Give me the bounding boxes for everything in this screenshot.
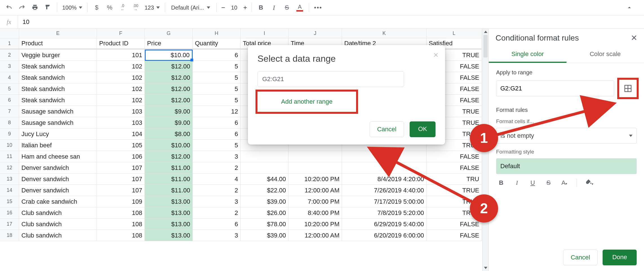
select-all-corner[interactable] xyxy=(0,29,19,38)
italic-button[interactable]: I xyxy=(512,179,522,186)
cell[interactable]: 2 xyxy=(193,185,241,196)
cell[interactable]: $12.00 xyxy=(145,95,193,106)
cell[interactable]: Jucy Lucy xyxy=(19,128,97,140)
cell[interactable]: $39.00 xyxy=(241,196,288,207)
row-header[interactable]: 9 xyxy=(0,128,19,140)
cell[interactable]: Steak sandwich xyxy=(19,83,97,95)
cell[interactable]: 10:20:00 PM xyxy=(288,219,342,230)
cell[interactable]: $9.00 xyxy=(145,117,193,128)
cell[interactable]: 5 xyxy=(193,61,241,72)
col-header[interactable]: I xyxy=(241,29,288,38)
cell[interactable]: 5 xyxy=(193,83,241,95)
cell[interactable]: 8:40:00 PM xyxy=(288,207,342,219)
cell[interactable] xyxy=(342,162,427,174)
cell[interactable]: 12 xyxy=(193,106,241,117)
row-header[interactable]: 5 xyxy=(0,83,19,95)
scroll-up-icon[interactable] xyxy=(483,29,488,35)
cell[interactable]: FALSE xyxy=(427,162,482,174)
cell[interactable]: 7/26/2019 4:40:00 xyxy=(342,185,427,196)
ok-button[interactable]: OK xyxy=(410,121,436,137)
cell[interactable]: Denver sandwich xyxy=(19,174,97,185)
cell[interactable]: $13.00 xyxy=(145,230,193,241)
cell[interactable]: $12.00 xyxy=(145,83,193,95)
cell[interactable]: $9.00 xyxy=(145,106,193,117)
cell[interactable]: 3 xyxy=(193,151,241,162)
cell[interactable]: Sausage sandwich xyxy=(19,106,97,117)
cell[interactable]: 3 xyxy=(193,230,241,241)
cell[interactable] xyxy=(241,162,288,174)
cell[interactable]: Denver sandwich xyxy=(19,185,97,196)
cell[interactable]: Steak sandwich xyxy=(19,95,97,106)
more-tools-button[interactable]: ••• xyxy=(312,2,324,13)
scroll-thumb[interactable] xyxy=(483,35,488,57)
cell[interactable]: Product ID xyxy=(97,38,145,50)
row-header[interactable]: 14 xyxy=(0,185,19,196)
cell[interactable]: 108 xyxy=(97,230,145,241)
cell[interactable]: $44.00 xyxy=(241,174,288,185)
increase-decimal-button[interactable]: .00→ xyxy=(129,2,142,13)
redo-button[interactable] xyxy=(16,2,28,13)
cell[interactable]: 6 xyxy=(193,219,241,230)
cell[interactable]: FALSE xyxy=(427,219,482,230)
scroll-down-icon[interactable] xyxy=(483,265,488,271)
cell[interactable]: 2 xyxy=(193,207,241,219)
cell[interactable]: 6/20/2019 6:00:00 xyxy=(342,230,427,241)
cell[interactable]: Crab cake sandwich xyxy=(19,196,97,207)
zoom-dropdown[interactable]: 100% xyxy=(60,5,85,11)
cell[interactable]: 3 xyxy=(193,196,241,207)
cell[interactable]: Steak sandwich xyxy=(19,61,97,72)
row-header[interactable]: 13 xyxy=(0,174,19,185)
cell[interactable]: 104 xyxy=(97,128,145,140)
spreadsheet-area[interactable]: E F G H I J K L 1ProductProduct IDPriceQ… xyxy=(0,29,482,271)
col-header[interactable]: E xyxy=(19,29,97,38)
cell[interactable]: Product xyxy=(19,38,97,50)
cell[interactable]: Steak sandwich xyxy=(19,72,97,83)
cell[interactable]: $22.00 xyxy=(241,185,288,196)
row-header[interactable]: 15 xyxy=(0,196,19,207)
decrease-decimal-button[interactable]: .0← xyxy=(116,2,129,13)
cell[interactable]: $78.00 xyxy=(241,219,288,230)
cell[interactable]: 5 xyxy=(193,95,241,106)
cell[interactable]: 106 xyxy=(97,151,145,162)
select-range-button[interactable] xyxy=(619,80,637,97)
col-header[interactable]: K xyxy=(342,29,427,38)
cell[interactable]: Quantity xyxy=(193,38,241,50)
col-header[interactable]: J xyxy=(288,29,342,38)
row-header[interactable]: 16 xyxy=(0,207,19,219)
col-header[interactable]: H xyxy=(193,29,241,38)
cell[interactable] xyxy=(288,151,342,162)
cell[interactable]: 6 xyxy=(193,50,241,61)
font-dropdown[interactable]: Default (Ari... xyxy=(168,5,214,11)
cell[interactable]: 2 xyxy=(193,162,241,174)
fill-color-button[interactable]: ▾ xyxy=(584,179,594,187)
cell[interactable]: $10.00 xyxy=(145,140,193,151)
row-header[interactable]: 17 xyxy=(0,219,19,230)
undo-button[interactable] xyxy=(3,2,15,13)
cell[interactable]: FALSE xyxy=(427,230,482,241)
cell[interactable]: 6 xyxy=(193,117,241,128)
cell[interactable]: 7:00:00 PM xyxy=(288,196,342,207)
cell[interactable]: 102 xyxy=(97,72,145,83)
row-header[interactable]: 12 xyxy=(0,162,19,174)
cell[interactable]: $13.00 xyxy=(145,207,193,219)
cell[interactable]: $11.00 xyxy=(145,185,193,196)
cell[interactable]: 12:00:00 AM xyxy=(288,230,342,241)
paint-format-button[interactable] xyxy=(42,2,54,13)
cell[interactable]: TRUE xyxy=(427,196,482,207)
close-icon[interactable]: ✕ xyxy=(631,33,637,43)
cell[interactable]: Club sandwich xyxy=(19,219,97,230)
font-size-stepper[interactable]: − 10 + xyxy=(219,4,249,12)
cell[interactable]: Sausage sandwich xyxy=(19,117,97,128)
col-header[interactable]: G xyxy=(145,29,193,38)
cell[interactable]: 102 xyxy=(97,95,145,106)
collapse-toolbar-button[interactable] xyxy=(623,2,636,13)
row-header[interactable]: 6 xyxy=(0,95,19,106)
cell[interactable]: 101 xyxy=(97,50,145,61)
plus-icon[interactable]: + xyxy=(241,4,249,12)
minus-icon[interactable]: − xyxy=(219,4,227,12)
cell[interactable]: Denver sandwich xyxy=(19,162,97,174)
cell[interactable]: TRUE xyxy=(427,185,482,196)
strikethrough-button[interactable]: S xyxy=(543,179,554,186)
cell[interactable]: 5 xyxy=(193,140,241,151)
cell[interactable]: 107 xyxy=(97,162,145,174)
